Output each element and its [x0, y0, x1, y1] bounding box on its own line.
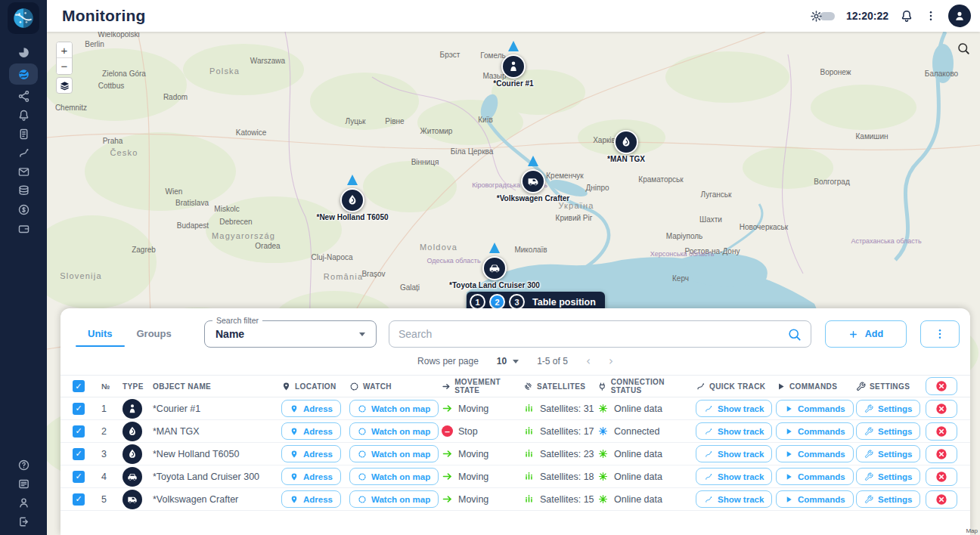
user-avatar[interactable]	[948, 5, 971, 27]
address-button[interactable]: Adress	[281, 400, 341, 417]
wrench-icon	[864, 495, 873, 504]
van-icon	[526, 175, 540, 188]
watch-on-map-button[interactable]: Watch on map	[349, 468, 439, 485]
sidebar-item-news[interactable]	[9, 476, 38, 491]
address-button[interactable]: Adress	[281, 422, 341, 440]
sidebar-item-billing[interactable]	[9, 202, 38, 217]
page-prev-button[interactable]: ‹	[586, 354, 591, 368]
commands-button[interactable]: Commands	[776, 490, 854, 508]
table-position-option-3[interactable]: 3	[509, 294, 525, 310]
marker-label: *MAN TGX	[607, 155, 645, 163]
satellites-value: Satellites: 23	[540, 449, 594, 459]
row-checkbox[interactable]: ✓	[73, 403, 85, 415]
map-label: Debrecen	[219, 218, 252, 226]
commands-button-label: Commands	[798, 472, 845, 481]
tab-groups[interactable]: Groups	[125, 322, 184, 347]
show-track-button[interactable]: Show track	[696, 400, 772, 417]
map-label: Рівне	[385, 117, 404, 125]
layers-icon	[59, 80, 70, 91]
sidebar-item-storage[interactable]	[9, 183, 38, 198]
row-checkbox[interactable]: ✓	[73, 448, 85, 460]
unit-type-avatar	[122, 467, 142, 487]
search-icon[interactable]	[787, 327, 802, 342]
map-layers-button[interactable]	[56, 77, 73, 94]
table-row: ✓3*New Holland T6050AdressWatch on mapMo…	[60, 443, 970, 465]
commands-button[interactable]: Commands	[776, 400, 854, 417]
sidebar-item-account[interactable]	[9, 495, 38, 510]
search-input[interactable]	[399, 328, 787, 340]
sidebar-item-reports[interactable]	[9, 126, 38, 141]
panel-menu-button[interactable]	[920, 320, 960, 348]
notifications-bell-icon[interactable]	[900, 9, 913, 23]
row-checkbox[interactable]: ✓	[73, 425, 85, 438]
rows-per-page-select[interactable]: 10	[497, 356, 519, 366]
zoom-out-button[interactable]: −	[57, 58, 72, 74]
arrow-right-icon	[442, 493, 453, 505]
delete-row-button[interactable]	[926, 422, 957, 441]
watch-on-map-button[interactable]: Watch on map	[349, 400, 439, 417]
sidebar-item-help[interactable]	[9, 457, 38, 472]
sidebar-item-routes[interactable]	[9, 145, 38, 160]
header-menu-icon[interactable]	[925, 10, 937, 22]
settings-button[interactable]: Settings	[856, 468, 920, 485]
row-checkbox[interactable]: ✓	[73, 471, 85, 483]
satellites-cell: Satellites: 18	[523, 471, 597, 482]
commands-button[interactable]: Commands	[776, 468, 854, 485]
address-button[interactable]: Adress	[281, 490, 341, 508]
table-position-option-1[interactable]: 1	[470, 294, 485, 310]
select-all-checkbox[interactable]: ✓	[73, 380, 85, 392]
sidebar-item-dashboard[interactable]	[9, 45, 38, 60]
show-track-button[interactable]: Show track	[696, 445, 772, 462]
tab-units[interactable]: Units	[76, 322, 125, 347]
sidebar-item-messages[interactable]	[9, 164, 38, 179]
route-icon	[704, 404, 713, 413]
route-icon	[704, 495, 713, 504]
row-checkbox[interactable]: ✓	[73, 493, 85, 506]
sidebar-item-logout[interactable]	[9, 514, 38, 529]
sidebar-item-notifications[interactable]	[9, 107, 38, 122]
settings-button[interactable]: Settings	[856, 422, 920, 440]
theme-toggle[interactable]	[810, 10, 835, 23]
marker-circle	[614, 130, 638, 154]
watch-on-map-button[interactable]: Watch on map	[349, 422, 439, 440]
delete-row-button[interactable]	[926, 445, 957, 463]
plus-icon	[848, 329, 858, 339]
show-track-button[interactable]: Show track	[696, 490, 772, 508]
add-button[interactable]: Add	[825, 320, 907, 348]
settings-button[interactable]: Settings	[856, 400, 920, 417]
watch-on-map-button[interactable]: Watch on map	[349, 445, 439, 462]
sidebar-item-tracks[interactable]	[9, 88, 38, 104]
connection-label: Online data	[614, 472, 662, 482]
show-track-button[interactable]: Show track	[696, 468, 772, 485]
delete-row-button[interactable]	[926, 468, 957, 486]
watch-on-map-button[interactable]: Watch on map	[349, 490, 439, 508]
show-track-button[interactable]: Show track	[696, 422, 772, 440]
page-next-button[interactable]: ›	[609, 354, 613, 368]
zoom-in-button[interactable]: +	[57, 42, 72, 58]
address-button[interactable]: Adress	[281, 468, 341, 485]
map-label: Кривий Ріг	[556, 214, 593, 222]
delete-row-button[interactable]	[926, 400, 957, 418]
sidebar-item-payments[interactable]	[9, 221, 38, 236]
address-button[interactable]: Adress	[281, 445, 341, 462]
commands-button-label: Commands	[798, 495, 845, 504]
unit-type-avatar	[122, 444, 142, 464]
map-search-icon[interactable]	[957, 42, 970, 55]
map-label: Wien	[166, 187, 183, 196]
x-circle-icon	[935, 448, 947, 460]
column-type: TYPE	[122, 382, 153, 391]
commands-button[interactable]: Commands	[776, 422, 854, 440]
sidebar-item-monitoring[interactable]	[9, 63, 38, 85]
movement-state: Moving	[442, 403, 523, 414]
delete-row-button[interactable]	[926, 490, 957, 509]
settings-button[interactable]: Settings	[856, 445, 920, 462]
delete-all-button[interactable]	[926, 377, 957, 395]
map-label: Polska	[209, 66, 240, 76]
table-position-option-2[interactable]: 2	[489, 294, 505, 310]
search-filter-select[interactable]: Search filter Name	[204, 320, 377, 348]
map-label: Česko	[110, 148, 138, 157]
settings-button[interactable]: Settings	[856, 490, 920, 508]
commands-button[interactable]: Commands	[776, 445, 854, 462]
connection-status-cell: Online data	[597, 493, 696, 505]
watch-icon	[358, 472, 367, 481]
